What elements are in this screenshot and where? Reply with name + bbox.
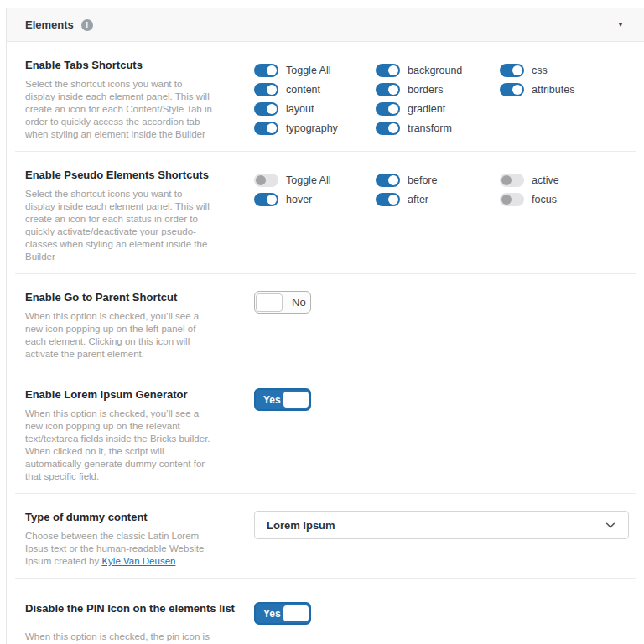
tabs-shortcuts-toggle-grid: Toggle Allcontentlayouttypographybackgro… (254, 59, 629, 141)
toggle-label: after (408, 194, 428, 205)
go-to-parent-switch[interactable]: No (254, 291, 311, 314)
chevron-down-icon[interactable]: ▼ (617, 21, 624, 29)
toggle-switch-icon[interactable] (254, 102, 278, 116)
switch-knob (388, 123, 398, 133)
toggle-switch-icon[interactable] (254, 64, 278, 77)
setting-control: No (254, 291, 629, 361)
setting-description: Choose between the classic Latin Lorem I… (25, 530, 213, 568)
shortcut-toggle-gradient[interactable]: gradient (376, 102, 500, 116)
dummy-content-select[interactable]: Lorem Ipsum (254, 511, 629, 539)
shortcut-toggle-layout[interactable]: layout (254, 102, 376, 116)
setting-info: Type of dummy content Choose between the… (25, 511, 254, 568)
setting-info: Enable Tabs Shortcuts Select the shortcu… (25, 59, 254, 141)
info-icon[interactable]: i (81, 19, 93, 31)
chevron-down-icon (605, 519, 616, 531)
toggle-switch-icon[interactable] (500, 174, 524, 187)
switch-knob (283, 392, 309, 408)
toggle-switch-icon[interactable] (376, 83, 400, 96)
toggle-switch-icon[interactable] (254, 83, 278, 96)
toggle-label: Toggle All (286, 174, 331, 186)
toggle-switch-icon[interactable] (500, 64, 524, 77)
setting-control: Yes (254, 602, 629, 644)
panel-body: Enable Tabs Shortcuts Select the shortcu… (7, 42, 644, 644)
toggle-switch-icon[interactable] (376, 102, 400, 116)
shortcut-toggle-focus[interactable]: focus (500, 193, 559, 206)
toggle-switch-icon[interactable] (500, 193, 524, 206)
toggle-label: gradient (408, 103, 445, 115)
shortcut-toggle-typography[interactable]: typography (254, 122, 376, 135)
switch-knob (388, 175, 398, 185)
shortcut-toggle-toggle-all[interactable]: Toggle All (254, 174, 376, 187)
setting-row-lorem-ipsum-generator: Enable Lorem Ipsum Generator When this o… (15, 371, 636, 494)
toggle-switch-icon[interactable] (254, 122, 278, 135)
switch-knob (501, 195, 512, 205)
switch-knob (267, 123, 277, 133)
toggle-label: active (532, 174, 559, 186)
switch-knob (267, 104, 277, 114)
toggle-column: cssattributes (500, 64, 574, 141)
shortcut-toggle-attributes[interactable]: attributes (500, 83, 574, 96)
toggle-switch-icon[interactable] (500, 83, 524, 96)
elements-accordion-header[interactable]: Elements i ▼ (7, 8, 644, 42)
setting-row-go-to-parent: Enable Go to Parent Shortcut When this o… (15, 274, 636, 371)
kyle-van-deusen-link[interactable]: Kyle Van Deusen (101, 556, 175, 566)
toggle-label: before (408, 174, 437, 186)
toggle-label: typography (286, 122, 338, 134)
setting-description: When this option is checked, you’ll see … (25, 408, 213, 483)
toggle-column: beforeafter (376, 174, 500, 263)
switch-state-label: Yes (263, 608, 281, 620)
setting-control: Lorem Ipsum (254, 511, 629, 568)
shortcut-toggle-background[interactable]: background (376, 64, 500, 77)
setting-title: Enable Pseudo Elements Shortcuts (25, 169, 254, 182)
setting-title: Enable Go to Parent Shortcut (25, 291, 254, 304)
toggle-column: Toggle Allcontentlayouttypography (254, 64, 376, 141)
toggle-switch-icon[interactable] (254, 193, 278, 206)
setting-title: Enable Tabs Shortcuts (25, 59, 254, 72)
setting-title: Type of dummy content (25, 511, 254, 524)
toggle-switch-icon[interactable] (376, 193, 400, 206)
toggle-label: content (286, 84, 320, 96)
toggle-switch-icon[interactable] (376, 122, 400, 135)
setting-control: Yes (254, 388, 629, 483)
panel-title: Elements (25, 18, 74, 31)
pseudo-elements-toggle-grid: Toggle Allhoverbeforeafteractivefocus (254, 169, 629, 263)
shortcut-toggle-hover[interactable]: hover (254, 193, 376, 206)
setting-row-dummy-content-type: Type of dummy content Choose between the… (15, 494, 636, 579)
toggle-column: backgroundbordersgradienttransform (376, 64, 500, 141)
toggle-switch-icon[interactable] (254, 174, 278, 187)
switch-state-label: No (292, 296, 306, 309)
shortcut-toggle-borders[interactable]: borders (376, 83, 500, 96)
shortcut-toggle-toggle-all[interactable]: Toggle All (254, 64, 376, 77)
toggle-column: Toggle Allhover (254, 174, 376, 263)
shortcut-toggle-css[interactable]: css (500, 64, 574, 77)
setting-title: Enable Lorem Ipsum Generator (25, 388, 254, 402)
setting-row-disable-pin-icon: Disable the PIN Icon on the elements lis… (15, 579, 636, 644)
switch-state-label: Yes (263, 394, 281, 406)
switch-knob (388, 85, 398, 95)
shortcut-toggle-transform[interactable]: transform (376, 122, 500, 135)
toggle-label: transform (408, 122, 452, 134)
setting-row-pseudo-elements-shortcuts: Enable Pseudo Elements Shortcuts Select … (15, 152, 636, 274)
switch-knob (256, 175, 266, 185)
switch-knob (512, 65, 522, 75)
toggle-label: Toggle All (286, 65, 331, 76)
shortcut-toggle-before[interactable]: before (376, 174, 500, 187)
shortcut-toggle-after[interactable]: after (376, 193, 500, 206)
switch-knob (501, 175, 512, 185)
setting-info: Enable Pseudo Elements Shortcuts Select … (25, 169, 254, 263)
switch-knob (388, 104, 398, 114)
switch-knob (267, 195, 277, 205)
shortcut-toggle-active[interactable]: active (500, 174, 559, 187)
disable-pin-icon-switch[interactable]: Yes (254, 602, 311, 625)
toggle-switch-icon[interactable] (376, 64, 400, 77)
switch-knob (267, 85, 277, 95)
toggle-switch-icon[interactable] (376, 174, 400, 187)
setting-info: Disable the PIN Icon on the elements lis… (25, 602, 254, 644)
setting-title: Disable the PIN Icon on the elements lis… (25, 602, 254, 615)
switch-knob (256, 293, 283, 312)
switch-knob (512, 85, 522, 95)
lorem-ipsum-generator-switch[interactable]: Yes (254, 388, 311, 411)
toggle-column: activefocus (500, 174, 559, 263)
setting-description: When this option is checked, you’ll see … (25, 310, 213, 361)
shortcut-toggle-content[interactable]: content (254, 83, 376, 96)
